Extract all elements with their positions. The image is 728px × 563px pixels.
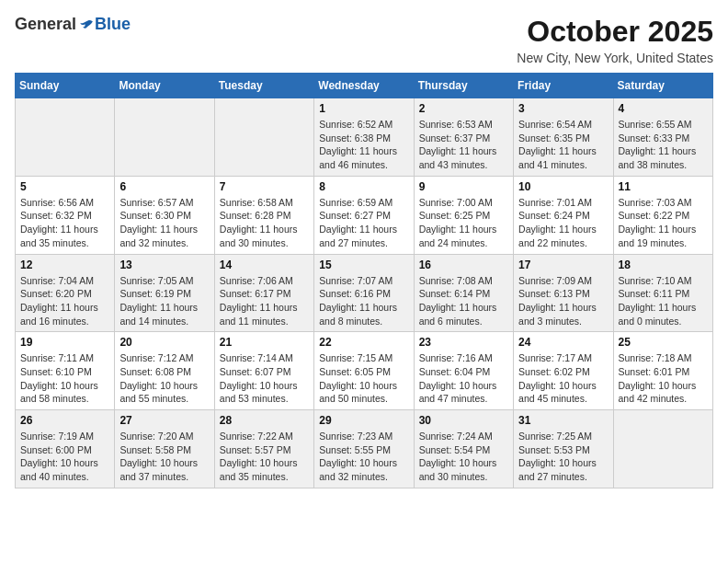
day-info: Sunrise: 7:09 AMSunset: 6:13 PMDaylight:… bbox=[518, 274, 608, 328]
day-number: 13 bbox=[119, 259, 209, 271]
calendar-week-row: 19Sunrise: 7:11 AMSunset: 6:10 PMDayligh… bbox=[16, 332, 713, 410]
calendar-day-cell: 30Sunrise: 7:24 AMSunset: 5:54 PMDayligh… bbox=[414, 410, 513, 488]
weekday-header-saturday: Saturday bbox=[613, 74, 712, 98]
calendar-day-cell: 16Sunrise: 7:08 AMSunset: 6:14 PMDayligh… bbox=[414, 254, 513, 332]
day-number: 23 bbox=[419, 336, 508, 349]
day-info: Sunrise: 7:15 AMSunset: 6:05 PMDaylight:… bbox=[319, 351, 408, 406]
day-info: Sunrise: 7:19 AMSunset: 6:00 PMDaylight:… bbox=[20, 430, 109, 484]
calendar-day-cell: 10Sunrise: 7:01 AMSunset: 6:24 PMDayligh… bbox=[514, 176, 613, 254]
calendar-day-cell: 22Sunrise: 7:15 AMSunset: 6:05 PMDayligh… bbox=[314, 332, 414, 410]
day-info: Sunrise: 7:07 AMSunset: 6:16 PMDaylight:… bbox=[319, 274, 408, 328]
weekday-header-row: SundayMondayTuesdayWednesdayThursdayFrid… bbox=[16, 74, 713, 98]
day-info: Sunrise: 7:14 AMSunset: 6:07 PMDaylight:… bbox=[220, 351, 309, 406]
day-number: 3 bbox=[518, 102, 608, 115]
day-number: 29 bbox=[319, 414, 408, 427]
day-number: 25 bbox=[619, 336, 708, 349]
calendar-day-cell: 21Sunrise: 7:14 AMSunset: 6:07 PMDayligh… bbox=[214, 332, 313, 410]
calendar-day-cell: 31Sunrise: 7:25 AMSunset: 5:53 PMDayligh… bbox=[514, 410, 613, 488]
calendar-day-cell: 9Sunrise: 7:00 AMSunset: 6:25 PMDaylight… bbox=[414, 176, 513, 254]
calendar-day-cell: 25Sunrise: 7:18 AMSunset: 6:01 PMDayligh… bbox=[613, 332, 712, 410]
day-info: Sunrise: 7:10 AMSunset: 6:11 PMDaylight:… bbox=[619, 274, 708, 328]
day-info: Sunrise: 6:55 AMSunset: 6:33 PMDaylight:… bbox=[619, 118, 708, 172]
weekday-header-thursday: Thursday bbox=[414, 74, 513, 98]
day-info: Sunrise: 7:04 AMSunset: 6:20 PMDaylight:… bbox=[20, 274, 109, 328]
day-info: Sunrise: 6:52 AMSunset: 6:38 PMDaylight:… bbox=[319, 118, 408, 172]
day-info: Sunrise: 7:00 AMSunset: 6:25 PMDaylight:… bbox=[419, 196, 508, 250]
weekday-header-sunday: Sunday bbox=[16, 74, 115, 98]
page-header: General Blue October 2025 New City, New … bbox=[15, 15, 713, 65]
calendar-day-cell: 3Sunrise: 6:54 AMSunset: 6:35 PMDaylight… bbox=[514, 98, 613, 177]
day-number: 11 bbox=[619, 180, 708, 193]
day-number: 8 bbox=[319, 180, 408, 193]
calendar-day-cell: 20Sunrise: 7:12 AMSunset: 6:08 PMDayligh… bbox=[115, 332, 214, 410]
day-info: Sunrise: 7:25 AMSunset: 5:53 PMDaylight:… bbox=[518, 430, 608, 484]
calendar-day-cell: 14Sunrise: 7:06 AMSunset: 6:17 PMDayligh… bbox=[214, 254, 313, 332]
calendar-table: SundayMondayTuesdayWednesdayThursdayFrid… bbox=[15, 73, 713, 488]
calendar-day-cell: 19Sunrise: 7:11 AMSunset: 6:10 PMDayligh… bbox=[16, 332, 115, 410]
weekday-header-tuesday: Tuesday bbox=[214, 74, 313, 98]
weekday-header-friday: Friday bbox=[514, 74, 613, 98]
title-area: October 2025 New City, New York, United … bbox=[517, 15, 713, 65]
weekday-header-wednesday: Wednesday bbox=[314, 74, 414, 98]
calendar-day-cell: 29Sunrise: 7:23 AMSunset: 5:55 PMDayligh… bbox=[314, 410, 414, 488]
day-info: Sunrise: 6:57 AMSunset: 6:30 PMDaylight:… bbox=[119, 196, 209, 250]
day-info: Sunrise: 7:12 AMSunset: 6:08 PMDaylight:… bbox=[119, 351, 209, 406]
day-number: 4 bbox=[619, 102, 708, 115]
day-number: 26 bbox=[20, 414, 109, 427]
day-info: Sunrise: 7:05 AMSunset: 6:19 PMDaylight:… bbox=[119, 274, 209, 328]
calendar-day-cell: 28Sunrise: 7:22 AMSunset: 5:57 PMDayligh… bbox=[214, 410, 313, 488]
day-number: 7 bbox=[220, 180, 309, 193]
calendar-week-row: 5Sunrise: 6:56 AMSunset: 6:32 PMDaylight… bbox=[16, 176, 713, 254]
calendar-day-cell bbox=[16, 98, 115, 177]
day-number: 24 bbox=[518, 336, 608, 349]
day-number: 22 bbox=[319, 336, 408, 349]
logo-general-text: General bbox=[15, 15, 76, 34]
day-info: Sunrise: 7:16 AMSunset: 6:04 PMDaylight:… bbox=[419, 351, 508, 406]
logo: General Blue bbox=[15, 15, 131, 34]
day-info: Sunrise: 7:03 AMSunset: 6:22 PMDaylight:… bbox=[619, 196, 708, 250]
calendar-day-cell: 27Sunrise: 7:20 AMSunset: 5:58 PMDayligh… bbox=[115, 410, 214, 488]
calendar-week-row: 1Sunrise: 6:52 AMSunset: 6:38 PMDaylight… bbox=[16, 98, 713, 177]
calendar-day-cell bbox=[613, 410, 712, 488]
calendar-day-cell: 15Sunrise: 7:07 AMSunset: 6:16 PMDayligh… bbox=[314, 254, 414, 332]
month-title: October 2025 bbox=[517, 15, 713, 49]
day-number: 15 bbox=[319, 259, 408, 271]
day-number: 28 bbox=[220, 414, 309, 427]
day-number: 19 bbox=[20, 336, 109, 349]
day-number: 1 bbox=[319, 102, 408, 115]
day-info: Sunrise: 7:17 AMSunset: 6:02 PMDaylight:… bbox=[518, 351, 608, 406]
day-number: 16 bbox=[419, 259, 508, 271]
calendar-day-cell: 2Sunrise: 6:53 AMSunset: 6:37 PMDaylight… bbox=[414, 98, 513, 177]
calendar-week-row: 26Sunrise: 7:19 AMSunset: 6:00 PMDayligh… bbox=[16, 410, 713, 488]
calendar-day-cell: 11Sunrise: 7:03 AMSunset: 6:22 PMDayligh… bbox=[613, 176, 712, 254]
calendar-day-cell: 8Sunrise: 6:59 AMSunset: 6:27 PMDaylight… bbox=[314, 176, 414, 254]
logo-bird-icon bbox=[78, 17, 95, 33]
day-info: Sunrise: 7:23 AMSunset: 5:55 PMDaylight:… bbox=[319, 430, 408, 484]
day-number: 20 bbox=[119, 336, 209, 349]
calendar-day-cell: 1Sunrise: 6:52 AMSunset: 6:38 PMDaylight… bbox=[314, 98, 414, 177]
day-info: Sunrise: 7:06 AMSunset: 6:17 PMDaylight:… bbox=[220, 274, 309, 328]
calendar-day-cell: 4Sunrise: 6:55 AMSunset: 6:33 PMDaylight… bbox=[613, 98, 712, 177]
day-number: 2 bbox=[419, 102, 508, 115]
day-number: 18 bbox=[619, 259, 708, 271]
calendar-day-cell: 26Sunrise: 7:19 AMSunset: 6:00 PMDayligh… bbox=[16, 410, 115, 488]
calendar-day-cell bbox=[214, 98, 313, 177]
calendar-day-cell bbox=[115, 98, 214, 177]
day-info: Sunrise: 6:54 AMSunset: 6:35 PMDaylight:… bbox=[518, 118, 608, 172]
day-info: Sunrise: 7:11 AMSunset: 6:10 PMDaylight:… bbox=[20, 351, 109, 406]
calendar-day-cell: 12Sunrise: 7:04 AMSunset: 6:20 PMDayligh… bbox=[16, 254, 115, 332]
day-number: 9 bbox=[419, 180, 508, 193]
day-info: Sunrise: 6:59 AMSunset: 6:27 PMDaylight:… bbox=[319, 196, 408, 250]
day-info: Sunrise: 6:56 AMSunset: 6:32 PMDaylight:… bbox=[20, 196, 109, 250]
day-number: 27 bbox=[119, 414, 209, 427]
day-info: Sunrise: 6:53 AMSunset: 6:37 PMDaylight:… bbox=[419, 118, 508, 172]
day-info: Sunrise: 7:20 AMSunset: 5:58 PMDaylight:… bbox=[119, 430, 209, 484]
day-info: Sunrise: 7:22 AMSunset: 5:57 PMDaylight:… bbox=[220, 430, 309, 484]
day-number: 5 bbox=[20, 180, 109, 193]
day-number: 30 bbox=[419, 414, 508, 427]
day-number: 31 bbox=[518, 414, 608, 427]
calendar-day-cell: 23Sunrise: 7:16 AMSunset: 6:04 PMDayligh… bbox=[414, 332, 513, 410]
day-number: 12 bbox=[20, 259, 109, 271]
day-number: 10 bbox=[518, 180, 608, 193]
day-number: 14 bbox=[220, 259, 309, 271]
